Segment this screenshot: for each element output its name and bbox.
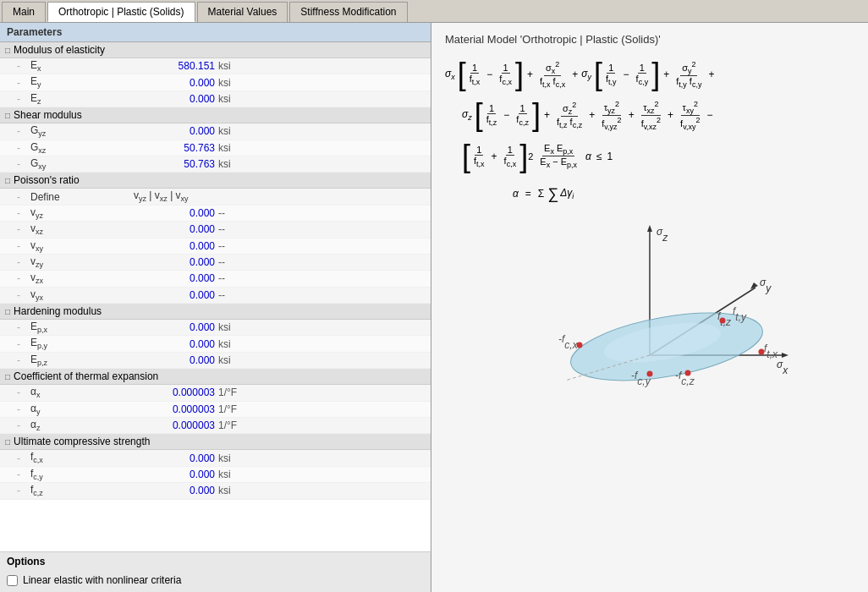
tab-orthotropic[interactable]: Orthotropic | Plastic (Solids)	[47, 2, 195, 22]
linear-elastic-checkbox[interactable]	[7, 575, 18, 586]
frac-1-fcy: 1 fc,y	[635, 63, 651, 86]
bracket-open-2: [	[594, 59, 602, 90]
right-panel: Material Model 'Orthotropic | Plastic (S…	[431, 23, 868, 592]
frac-1-ftx: 1 ft,x	[468, 63, 482, 86]
sigma-z-1: σz	[462, 108, 472, 122]
param-ez: - Ez 0.000 ksi	[0, 91, 431, 107]
param-gyz: - Gyz 0.000 ksi	[0, 123, 431, 140]
param-epz-name: Ep,z	[24, 354, 134, 367]
frac-1-fty: 1 ft,y	[604, 63, 618, 86]
param-gyz-name: Gyz	[24, 124, 134, 138]
param-vxz-unit: --	[218, 223, 269, 235]
param-fcy-unit: ksi	[218, 469, 269, 480]
param-epx: - Ep,x 0.000 ksi	[0, 320, 431, 336]
group-thermal[interactable]: □ Coefficient of thermal expansion	[0, 369, 431, 385]
collapse-poisson-icon[interactable]: □	[5, 176, 10, 185]
group-modulus[interactable]: □ Modulus of elasticity	[0, 42, 431, 58]
param-alphax-unit: 1/°F	[218, 386, 269, 398]
equals: =	[525, 188, 531, 200]
param-vyz: - vyz 0.000 --	[0, 206, 431, 222]
param-alphaz-value: 0.000003	[134, 419, 218, 431]
param-fcy: - fc,y 0.000 ksi	[0, 467, 431, 483]
param-vzx: - vzx 0.000 --	[0, 271, 431, 287]
frac-ex-epx: Ex Ep,x Ex − Ep,x	[538, 143, 579, 169]
app-container: Main Orthotropic | Plastic (Solids) Mate…	[0, 0, 868, 592]
param-gyz-unit: ksi	[218, 125, 269, 137]
params-header: Parameters	[0, 23, 431, 42]
collapse-thermal-icon[interactable]: □	[5, 372, 10, 381]
tab-main[interactable]: Main	[2, 2, 46, 22]
group-shear[interactable]: □ Shear modulus	[0, 107, 431, 123]
formula-line-4: α = Σ ∑ Δγi	[513, 185, 854, 203]
param-ez-name: Ez	[24, 92, 134, 106]
param-epy: - Ep,y 0.000 ksi	[0, 336, 431, 352]
group-modulus-label: Modulus of elasticity	[14, 44, 105, 56]
param-epy-name: Ep,y	[24, 337, 134, 350]
sum-symbol: Σ	[538, 188, 544, 200]
param-epy-unit: ksi	[218, 338, 269, 350]
param-fcx-name: fc,x	[24, 451, 134, 464]
collapse-hardening-icon[interactable]: □	[5, 307, 10, 316]
param-ex-value: 580.151	[134, 60, 218, 72]
frac-tau-xz2: τxz2 fv,xz2	[640, 100, 662, 131]
minus-2: −	[624, 69, 629, 80]
plus-2: +	[572, 69, 578, 80]
collapse-modulus-icon[interactable]: □	[5, 46, 10, 55]
group-hardening[interactable]: □ Hardening modulus	[0, 304, 431, 320]
param-alphay-unit: 1/°F	[218, 403, 269, 415]
frac-1-ftx-2: 1 ft,x	[472, 145, 486, 168]
param-alphay-name: αy	[24, 403, 134, 416]
dot-neg-fcx	[577, 342, 583, 348]
param-vxz-name: vxz	[24, 222, 134, 236]
frac-sigma-y2: σy2 ft,y fc,y	[674, 60, 703, 89]
collapse-shear-icon[interactable]: □	[5, 111, 10, 120]
param-fcz-name: fc,z	[24, 484, 134, 497]
param-vxy-unit: --	[218, 240, 269, 252]
left-panel: Parameters □ Modulus of elasticity - Ex …	[0, 23, 431, 592]
z-axis-label: σz	[656, 226, 668, 244]
param-gxy-unit: ksi	[218, 158, 269, 170]
collapse-compressive-icon[interactable]: □	[5, 437, 10, 447]
minus-4: −	[707, 109, 713, 121]
param-ey-unit: ksi	[218, 77, 269, 89]
formula-line-1: σx [ 1 ft,x − 1 fc,x ] + σx2 ft,x	[445, 59, 854, 90]
param-ez-value: 0.000	[134, 93, 218, 105]
frac-sigma-z2: σz2 ft,z fc,z	[555, 101, 584, 129]
param-fcy-name: fc,y	[24, 468, 134, 481]
plus-1: +	[527, 69, 533, 80]
params-list[interactable]: □ Modulus of elasticity - Ex 580.151 ksi…	[0, 42, 431, 551]
param-vxy: - vxy 0.000 --	[0, 238, 431, 255]
param-ex: - Ex 580.151 ksi	[0, 58, 431, 74]
param-vzy-name: vzy	[24, 255, 134, 269]
param-vyz-value: 0.000	[134, 207, 218, 219]
param-fcz-unit: ksi	[218, 485, 269, 496]
param-epx-name: Ep,x	[24, 321, 134, 334]
tab-stiffness[interactable]: Stiffness Modification	[289, 2, 407, 22]
param-define: - Define vyz | vxz | vxy	[0, 189, 431, 205]
group-poisson[interactable]: □ Poisson's ratio	[0, 173, 431, 189]
param-vzy: - vzy 0.000 --	[0, 255, 431, 271]
param-vxz-value: 0.000	[134, 223, 218, 235]
bracket-open-4: [	[462, 141, 470, 172]
plus-4: +	[708, 69, 714, 80]
ellipsoid-container: σz σy σx	[506, 220, 794, 389]
group-thermal-label: Coefficient of thermal expansion	[14, 370, 158, 382]
sigma-x: σx	[445, 68, 455, 81]
x-axis-label: σx	[777, 359, 788, 376]
bracket-open-1: [	[458, 59, 466, 90]
square-exp: 2	[528, 151, 533, 162]
alpha-symbol: α	[585, 151, 591, 162]
dot-fcy	[647, 370, 653, 376]
group-compressive[interactable]: □ Ultimate compressive strength	[0, 434, 431, 450]
param-epx-unit: ksi	[218, 321, 269, 333]
ellipsoid-svg: σz σy σx	[506, 220, 794, 389]
group-compressive-label: Ultimate compressive strength	[14, 436, 150, 447]
tab-material-values[interactable]: Material Values	[197, 2, 288, 22]
frac-tau-xy2: τxy2 fv,xy2	[678, 100, 701, 131]
param-vxy-value: 0.000	[134, 240, 218, 252]
options-label: Options	[7, 556, 424, 567]
plus-8: +	[667, 109, 673, 121]
plus-5: +	[544, 109, 550, 121]
fty-label: ft,y	[733, 305, 747, 323]
param-gxy-name: Gxy	[24, 157, 134, 171]
